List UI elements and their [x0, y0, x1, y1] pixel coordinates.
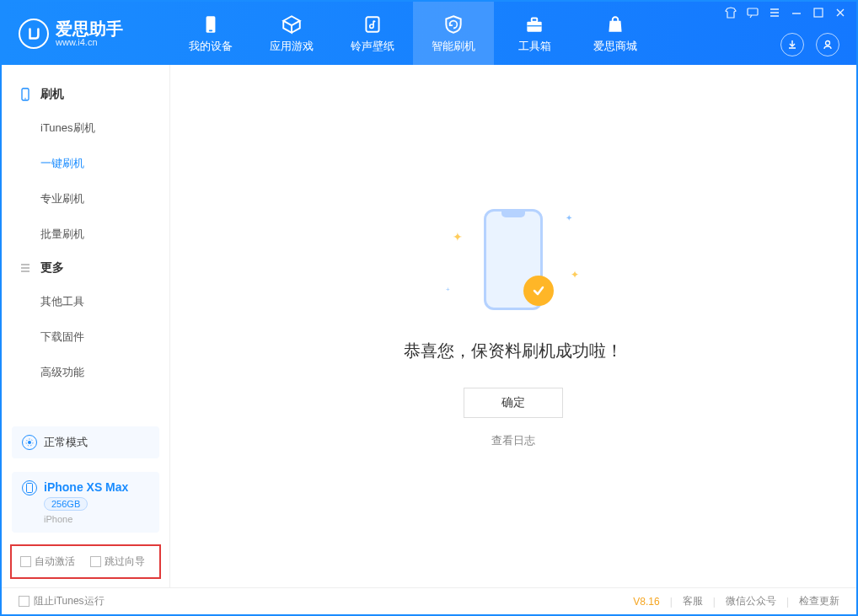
- separator: |: [670, 596, 673, 608]
- device-capacity: 256GB: [44, 497, 128, 511]
- tab-store[interactable]: 爱思商城: [575, 2, 656, 65]
- sidebar: 刷机 iTunes刷机 一键刷机 专业刷机 批量刷机 更多 其他工具 下载固件 …: [2, 65, 170, 587]
- svg-point-10: [24, 98, 26, 99]
- main-content: ✦ ✦ + ✦ 恭喜您，保资料刷机成功啦！ 确定 查看日志: [170, 65, 856, 587]
- svg-rect-1: [209, 29, 212, 31]
- footer-link-wechat[interactable]: 微信公众号: [726, 594, 776, 608]
- user-button[interactable]: [816, 33, 839, 56]
- menu-icon[interactable]: [769, 7, 780, 19]
- auto-activate-checkbox[interactable]: 自动激活: [20, 554, 75, 569]
- svg-rect-6: [748, 8, 758, 15]
- tab-toolbox[interactable]: 工具箱: [494, 2, 575, 65]
- option-label: 跳过向导: [105, 554, 145, 569]
- tab-label: 铃声壁纸: [351, 39, 394, 54]
- music-note-icon: [362, 13, 383, 35]
- tab-ringtone-wallpaper[interactable]: 铃声壁纸: [332, 2, 413, 65]
- flash-options: 自动激活 跳过向导: [10, 544, 161, 579]
- logo-text: 爱思助手 www.i4.cn: [56, 20, 123, 47]
- main-tabs: 我的设备 应用游戏 铃声壁纸 智能刷机 工具箱 爱思商城: [170, 2, 656, 65]
- list-icon: [19, 261, 32, 275]
- svg-rect-13: [27, 484, 33, 493]
- sparkle-icon: +: [446, 286, 450, 293]
- bag-icon: [604, 13, 626, 35]
- device-box[interactable]: iPhone XS Max 256GB iPhone: [12, 472, 159, 533]
- success-message: 恭喜您，保资料刷机成功啦！: [404, 340, 623, 362]
- sidebar-item-download-firmware[interactable]: 下载固件: [2, 319, 169, 355]
- separator: |: [786, 596, 789, 608]
- body: 刷机 iTunes刷机 一键刷机 专业刷机 批量刷机 更多 其他工具 下载固件 …: [2, 65, 856, 587]
- sidebar-item-other-tools[interactable]: 其他工具: [2, 284, 169, 319]
- phone-icon: [19, 88, 32, 101]
- svg-point-11: [28, 441, 31, 444]
- tab-apps-games[interactable]: 应用游戏: [251, 2, 332, 65]
- view-log-link[interactable]: 查看日志: [491, 433, 535, 448]
- feedback-icon[interactable]: [747, 7, 759, 19]
- mode-box[interactable]: 正常模式: [12, 426, 159, 458]
- checkbox-icon: [19, 596, 29, 607]
- download-button[interactable]: [780, 33, 804, 56]
- check-badge-icon: [523, 276, 554, 306]
- sidebar-spacer: [2, 390, 169, 420]
- success-illustration: ✦ ✦ + ✦: [437, 205, 589, 314]
- block-itunes-checkbox[interactable]: 阻止iTunes运行: [19, 594, 105, 608]
- app-url: www.i4.cn: [56, 37, 123, 47]
- tab-label: 工具箱: [518, 39, 551, 54]
- device-icon: [200, 13, 222, 35]
- logo-area: 爱思助手 www.i4.cn: [2, 19, 170, 49]
- sidebar-group-more: 更多: [2, 252, 169, 284]
- separator: |: [713, 596, 716, 608]
- refresh-shield-icon: [442, 13, 464, 35]
- device-phone-icon: [22, 480, 37, 495]
- tab-my-device[interactable]: 我的设备: [170, 2, 251, 65]
- minimize-icon[interactable]: [791, 7, 802, 19]
- svg-rect-5: [527, 25, 541, 26]
- sparkle-icon: ✦: [566, 213, 572, 222]
- footer-right: V8.16 | 客服 | 微信公众号 | 检查更新: [633, 594, 839, 608]
- sidebar-group-title: 更多: [40, 260, 64, 276]
- tab-label: 爱思商城: [593, 39, 637, 54]
- sparkle-icon: ✦: [453, 230, 463, 244]
- sidebar-group-title: 刷机: [40, 87, 64, 102]
- ok-button[interactable]: 确定: [464, 388, 563, 418]
- svg-rect-3: [527, 21, 541, 31]
- option-label: 自动激活: [35, 554, 75, 569]
- mode-icon: [22, 435, 37, 450]
- app-header: 爱思助手 www.i4.cn 我的设备 应用游戏 铃声壁纸 智能刷机 工具箱 爱…: [2, 2, 856, 65]
- sidebar-item-pro-flash[interactable]: 专业刷机: [2, 181, 169, 217]
- checkbox-icon: [20, 556, 31, 567]
- sidebar-item-advanced[interactable]: 高级功能: [2, 355, 169, 390]
- svg-rect-7: [814, 8, 823, 17]
- footer-link-update[interactable]: 检查更新: [799, 594, 839, 608]
- toolbox-icon: [523, 13, 545, 35]
- user-icon: [822, 39, 834, 51]
- sidebar-item-itunes-flash[interactable]: iTunes刷机: [2, 110, 169, 146]
- header-right-actions: [780, 33, 839, 56]
- download-icon: [786, 39, 798, 51]
- sidebar-item-batch-flash[interactable]: 批量刷机: [2, 217, 169, 252]
- block-itunes-label: 阻止iTunes运行: [34, 594, 105, 608]
- sidebar-group-flash: 刷机: [2, 78, 169, 110]
- checkbox-icon: [90, 556, 101, 567]
- version-label: V8.16: [633, 596, 659, 608]
- mode-label: 正常模式: [44, 435, 88, 450]
- footer-link-support[interactable]: 客服: [683, 594, 703, 608]
- logo-icon: [19, 19, 49, 49]
- titlebar-controls: [725, 7, 846, 19]
- sidebar-item-oneclick-flash[interactable]: 一键刷机: [2, 146, 169, 181]
- device-name: iPhone XS Max: [44, 480, 128, 494]
- sparkle-icon: ✦: [571, 269, 579, 281]
- tab-smart-flash[interactable]: 智能刷机: [413, 2, 494, 65]
- tab-label: 我的设备: [189, 39, 233, 54]
- footer: 阻止iTunes运行 V8.16 | 客服 | 微信公众号 | 检查更新: [2, 587, 856, 614]
- cube-icon: [281, 13, 303, 35]
- maximize-icon[interactable]: [812, 7, 824, 19]
- svg-point-8: [826, 41, 830, 46]
- skip-guide-checkbox[interactable]: 跳过向导: [90, 554, 145, 569]
- close-icon[interactable]: [834, 7, 846, 19]
- tab-label: 应用游戏: [270, 39, 314, 54]
- device-type: iPhone: [44, 514, 128, 524]
- app-name: 爱思助手: [56, 20, 123, 37]
- tab-label: 智能刷机: [432, 39, 475, 54]
- skin-icon[interactable]: [725, 7, 737, 19]
- svg-rect-4: [532, 18, 538, 21]
